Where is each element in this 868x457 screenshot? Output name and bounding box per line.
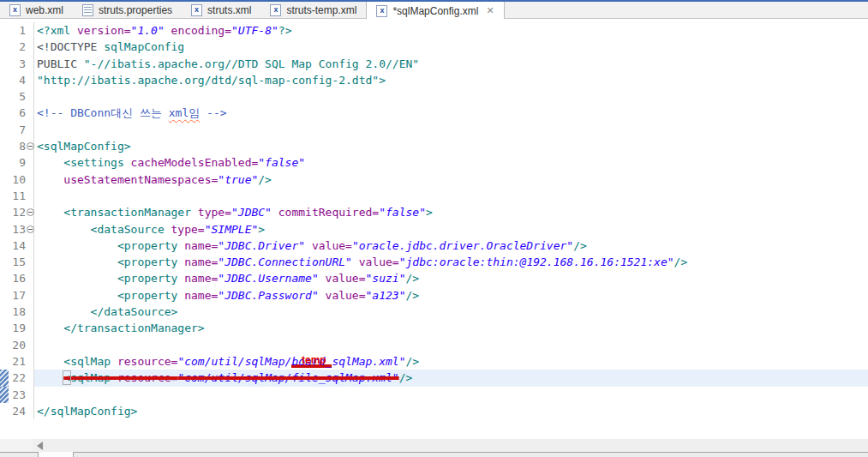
line-number: 13 xyxy=(9,221,27,238)
code-text[interactable]: <property name="JDBC.Driver" value="orac… xyxy=(34,238,868,254)
code-text[interactable] xyxy=(34,387,868,403)
code-line-6[interactable]: 6<!-- DBConn대신 쓰는 xml임 --> xyxy=(0,105,868,121)
code-line-9[interactable]: 9 <settings cacheModelsEnabled="false" xyxy=(0,154,868,171)
token: PUBLIC xyxy=(37,57,84,70)
fold-margin xyxy=(27,320,34,336)
annotation-margin xyxy=(0,221,9,238)
code-text[interactable]: useStatementNamespaces="true"/> xyxy=(34,171,868,188)
code-text[interactable]: <sqlMap resource="com/util/sqlMap/file_s… xyxy=(34,370,868,386)
token: --> xyxy=(200,106,226,119)
token: sqlMap.xml" xyxy=(332,355,405,368)
code-line-15[interactable]: 15 <property name="JDBC.ConnectionURL" v… xyxy=(0,254,868,270)
collapse-fold-icon[interactable] xyxy=(27,142,34,150)
code-text[interactable]: <!DOCTYPE sqlMapConfig xyxy=(34,39,868,55)
collapse-fold-icon[interactable] xyxy=(27,225,34,233)
code-line-16[interactable]: 16 <property name="JDBC.Username" value=… xyxy=(0,270,868,286)
code-line-1[interactable]: 1<?xml version="1.0" encoding="UTF-8"?> xyxy=(0,22,868,39)
token xyxy=(37,371,63,384)
annotation-margin xyxy=(0,56,9,72)
fold-margin xyxy=(27,105,34,121)
tab-label: struts-temp.xml xyxy=(286,4,356,16)
tab-struts-xml[interactable]: x struts.xml xyxy=(182,2,260,18)
code-line-5[interactable]: 5 xyxy=(0,88,868,105)
line-number: 15 xyxy=(9,254,27,270)
code-line-7[interactable]: 7 xyxy=(0,122,868,138)
line-number: 7 xyxy=(9,122,27,138)
code-text[interactable]: <dataSource type="SIMPLE"> xyxy=(34,221,868,238)
code-line-22[interactable]: 22 <sqlMap resource="com/util/sqlMap/fil… xyxy=(0,370,868,386)
line-number: 8 xyxy=(9,138,27,154)
line-number: 6 xyxy=(9,105,27,121)
token: <transactionManager xyxy=(37,206,198,219)
lower-panel-sash-handle[interactable] xyxy=(38,452,74,457)
code-line-17[interactable]: 17 <property name="JDBC.Password" value=… xyxy=(0,287,868,304)
code-text[interactable] xyxy=(34,337,868,353)
annotation-margin xyxy=(0,88,9,105)
code-line-18[interactable]: 18 </dataSource> xyxy=(0,304,868,320)
code-text[interactable]: <property name="JDBC.Password" value="a1… xyxy=(34,287,868,304)
code-text[interactable]: <?xml version="1.0" encoding="UTF-8"?> xyxy=(34,22,868,39)
code-line-8[interactable]: 8<sqlMapConfig> xyxy=(0,138,868,154)
annotation-margin xyxy=(0,188,9,204)
horizontal-scrollbar[interactable] xyxy=(0,439,868,452)
code-text[interactable]: <!-- DBConn대신 쓰는 xml임 --> xyxy=(34,105,868,121)
fold-margin xyxy=(27,39,34,55)
code-line-23[interactable]: 23 xyxy=(0,387,868,403)
fold-margin xyxy=(27,304,34,320)
line-number: 10 xyxy=(9,171,27,188)
tab-sqlmapconfig-xml-active[interactable]: x *sqlMapConfig.xml ✕ xyxy=(366,2,504,20)
code-text[interactable]: </transactionManager> xyxy=(34,320,868,336)
code-text[interactable]: <property name="JDBC.Username" value="su… xyxy=(34,270,868,286)
code-text[interactable] xyxy=(34,88,868,105)
close-tab-icon[interactable]: ✕ xyxy=(486,5,494,16)
code-line-20[interactable]: 20 xyxy=(0,337,868,353)
fold-margin xyxy=(27,138,34,154)
line-number: 24 xyxy=(9,403,27,419)
token: </sqlMapConfig> xyxy=(37,405,137,418)
token: value= xyxy=(312,239,352,252)
code-text[interactable]: </sqlMapConfig> xyxy=(34,403,868,419)
line-number: 1 xyxy=(9,22,27,39)
text-file-icon xyxy=(82,4,93,16)
code-line-11[interactable]: 11 xyxy=(0,188,868,204)
code-line-2[interactable]: 2<!DOCTYPE sqlMapConfig xyxy=(0,39,868,55)
code-text[interactable]: <settings cacheModelsEnabled="false" xyxy=(34,154,868,171)
tab-web-xml[interactable]: x web.xml xyxy=(0,2,73,18)
token: "JDBC.Password" xyxy=(218,289,325,302)
tab-struts-temp-xml[interactable]: x struts-temp.xml xyxy=(260,2,366,18)
tab-struts-properties[interactable]: struts.properties xyxy=(73,2,182,18)
code-line-4[interactable]: 4"http://ibatis.apache.org/dtd/sql-map-c… xyxy=(0,72,868,88)
code-line-12[interactable]: 12 <transactionManager type="JDBC" commi… xyxy=(0,204,868,220)
code-line-14[interactable]: 14 <property name="JDBC.Driver" value="o… xyxy=(0,238,868,254)
fold-margin xyxy=(27,221,34,238)
token: "a123" xyxy=(366,289,406,302)
code-text[interactable]: <sqlMap resource="com/util/sqlMap/board_… xyxy=(34,353,868,370)
xml-source-editor[interactable]: 1<?xml version="1.0" encoding="UTF-8"?>2… xyxy=(0,19,868,439)
code-rows: 1<?xml version="1.0" encoding="UTF-8"?>2… xyxy=(0,22,868,419)
code-text[interactable]: <property name="JDBC.ConnectionURL" valu… xyxy=(34,254,868,270)
code-line-24[interactable]: 24</sqlMapConfig> xyxy=(0,403,868,419)
code-text[interactable]: "http://ibatis.apache.org/dtd/sql-map-co… xyxy=(34,72,868,88)
token: > xyxy=(258,223,265,236)
code-line-21[interactable]: 21 <sqlMap resource="com/util/sqlMap/boa… xyxy=(0,353,868,370)
line-number: 18 xyxy=(9,304,27,320)
token: xml임 xyxy=(169,106,200,119)
code-line-13[interactable]: 13 <dataSource type="SIMPLE"> xyxy=(0,221,868,238)
scroll-left-arrow-icon[interactable] xyxy=(37,442,43,450)
token: ?> xyxy=(278,24,292,37)
code-line-19[interactable]: 19 </transactionManager> xyxy=(0,320,868,336)
code-text[interactable] xyxy=(34,188,868,204)
token: "oracle.jdbc.driver.OracleDriver" xyxy=(352,239,573,252)
code-text[interactable]: <sqlMapConfig> xyxy=(34,138,868,154)
token: "false" xyxy=(379,206,426,219)
code-line-10[interactable]: 10 useStatementNamespaces="true"/> xyxy=(0,171,868,188)
code-text[interactable]: </dataSource> xyxy=(34,304,868,320)
code-text[interactable] xyxy=(34,122,868,138)
fold-margin xyxy=(27,72,34,88)
code-text[interactable]: PUBLIC "-//ibatis.apache.org//DTD SQL Ma… xyxy=(34,56,868,72)
code-line-3[interactable]: 3PUBLIC "-//ibatis.apache.org//DTD SQL M… xyxy=(0,56,868,72)
annotation-margin xyxy=(0,238,9,254)
token: <settings xyxy=(37,156,131,169)
code-text[interactable]: <transactionManager type="JDBC" commitRe… xyxy=(34,204,868,220)
collapse-fold-icon[interactable] xyxy=(27,208,34,216)
